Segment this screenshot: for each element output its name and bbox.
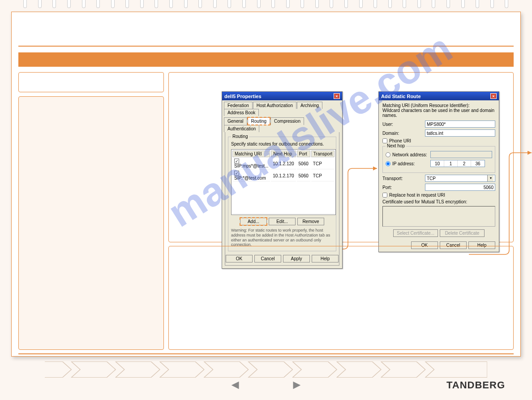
- dlg2-title: Add Static Route: [381, 94, 421, 99]
- dlg2-heading: Matching URI (Uniform Resource Identifie…: [382, 103, 495, 108]
- user-input[interactable]: [425, 120, 495, 128]
- domain-input[interactable]: [425, 129, 495, 137]
- chevron-down-icon: ▾: [487, 175, 493, 181]
- port-label: Port:: [382, 185, 425, 190]
- page-card: dell5 Properties × Federation Host Autho…: [11, 12, 521, 357]
- add-static-route-dialog: Add Static Route × Matching URI (Uniform…: [378, 91, 499, 252]
- dlg1-tab-row2: General Routing Compression Authenticati…: [222, 116, 342, 132]
- header-bar: [18, 52, 514, 67]
- right-upper-box: dell5 Properties × Federation Host Autho…: [168, 72, 514, 242]
- close-icon[interactable]: ×: [334, 93, 340, 99]
- brand-logo: TANDBERG: [446, 379, 505, 391]
- edit-button[interactable]: Edit...: [269, 218, 296, 225]
- th-port: Port: [297, 151, 310, 157]
- header-line: [18, 46, 514, 47]
- routes-table[interactable]: Matching URI Next Hop Port Transport ✓SI…: [231, 149, 336, 215]
- prev-arrow-icon[interactable]: ◄: [229, 378, 241, 392]
- dlg2-sub: Wildcard characters can be used in the u…: [382, 108, 495, 118]
- domain-label: Domain:: [382, 131, 425, 136]
- table-row[interactable]: ✓SIP:mps*@test... 10.1.2.120 5060 TCP: [232, 158, 335, 169]
- close-icon[interactable]: ×: [490, 93, 497, 99]
- add-button[interactable]: Add...: [240, 218, 267, 225]
- th-transport: Transport: [311, 151, 335, 157]
- network-label: Network address:: [392, 152, 430, 157]
- ip-label: IP address:: [392, 161, 430, 166]
- delete-cert-button: Delete Certificate: [440, 229, 485, 237]
- dlg2-titlebar[interactable]: Add Static Route ×: [379, 92, 499, 100]
- properties-dialog: dell5 Properties × Federation Host Autho…: [222, 91, 343, 269]
- th-hop: Next Hop: [271, 151, 296, 157]
- left-small-box: [18, 72, 164, 92]
- tab-archiving[interactable]: Archiving: [297, 102, 322, 109]
- cert-box: [382, 206, 495, 227]
- port-input[interactable]: [425, 184, 495, 191]
- footer-line: [18, 353, 514, 354]
- tab-host-auth[interactable]: Host Authorization: [253, 102, 296, 109]
- routes-btnrow: Add... Edit... Remove: [231, 218, 333, 225]
- tab-federation[interactable]: Federation: [224, 102, 253, 109]
- row-check-icon[interactable]: ✓: [234, 159, 239, 163]
- left-tall-box: [18, 96, 164, 350]
- spiral-binding: [18, 0, 514, 10]
- routing-warning: Warning: For static routes to work prope…: [231, 228, 333, 247]
- nexthop-legend: Next hop: [386, 143, 406, 148]
- routing-group: Routing Specify static routes for outbou…: [228, 137, 336, 251]
- network-radio[interactable]: [386, 152, 390, 157]
- replace-host-checkbox[interactable]: [382, 193, 387, 198]
- phone-uri-label: Phone URI: [389, 138, 411, 143]
- chevron-tabs: [45, 361, 487, 378]
- row-check-icon[interactable]: ✓: [234, 171, 239, 176]
- cert-label: Certificate used for Mutual TLS encrypti…: [382, 199, 495, 204]
- dlg1-title: dell5 Properties: [224, 94, 262, 99]
- tab-routing[interactable]: Routing: [248, 117, 270, 125]
- network-input: [430, 151, 492, 158]
- tab-general[interactable]: General: [224, 117, 247, 125]
- phone-uri-checkbox[interactable]: [382, 138, 387, 143]
- ip-radio[interactable]: [386, 161, 390, 166]
- cert-btnrow: Select Certificate... Delete Certificate: [382, 229, 495, 237]
- tab-compression[interactable]: Compression: [270, 117, 304, 125]
- select-cert-button: Select Certificate...: [393, 229, 438, 237]
- nav-arrows: ◄ ►: [229, 378, 303, 392]
- transport-select[interactable]: TCP▾: [425, 175, 495, 182]
- next-arrow-icon[interactable]: ►: [291, 378, 303, 392]
- transport-label: Transport:: [382, 176, 425, 181]
- right-lower-box: [168, 246, 514, 350]
- dlg1-tab-row1: Federation Host Authorization Archiving …: [222, 100, 342, 116]
- dlg2-body: Matching URI (Uniform Resource Identifie…: [379, 100, 499, 252]
- nexthop-group: Next hop Network address: IP address: 10…: [382, 146, 495, 173]
- user-label: User:: [382, 122, 425, 127]
- replace-host-label: Replace host in request URI: [389, 193, 445, 198]
- tab-authentication[interactable]: Authentication: [224, 125, 259, 132]
- routing-legend: Routing: [231, 134, 249, 139]
- remove-button[interactable]: Remove: [297, 218, 324, 225]
- table-row[interactable]: ✓SIP:*@test.com 10.1.2.170 5060 TCP: [232, 170, 335, 181]
- ip-input[interactable]: 101236: [430, 160, 485, 167]
- tab-address-book[interactable]: Address Book: [224, 109, 259, 116]
- routing-instr: Specify static routes for outbound conne…: [231, 142, 333, 146]
- dlg1-titlebar[interactable]: dell5 Properties ×: [222, 92, 342, 100]
- th-uri: Matching URI: [232, 151, 270, 157]
